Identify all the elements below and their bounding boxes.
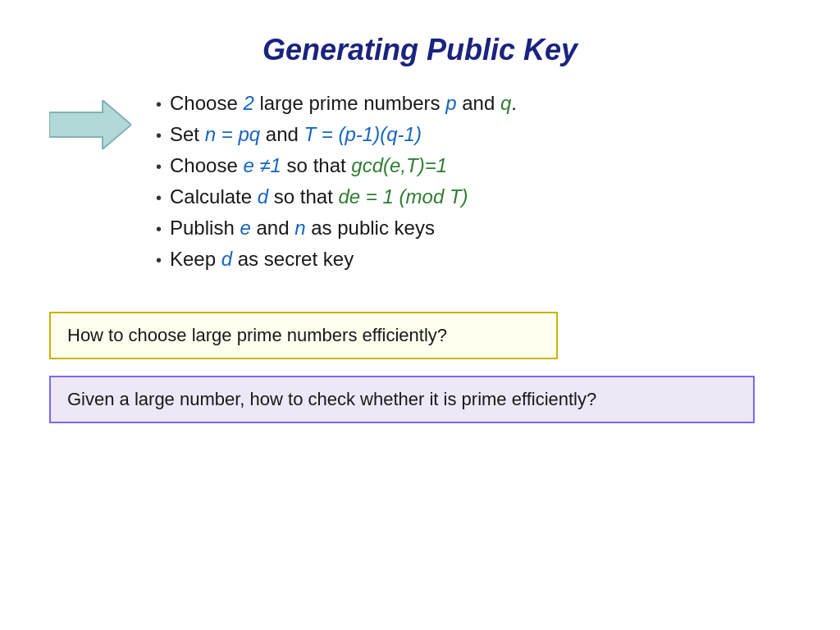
slide: Generating Public Key • Choose 2 large p… (0, 0, 840, 630)
bullet-text-5: Publish e and n as public keys (170, 217, 435, 240)
highlight-n: n (294, 217, 305, 239)
list-item: • Choose 2 large prime numbers p and q. (156, 92, 517, 115)
bullet-dot: • (156, 220, 162, 239)
list-item: • Choose e ≠1 so that gcd(e,T)=1 (156, 154, 517, 177)
highlight-gcd: gcd(e,T)=1 (351, 154, 447, 176)
bullet-dot: • (156, 251, 162, 270)
bullet-dot: • (156, 126, 162, 145)
highlight-de-mod: de = 1 (mod T) (339, 185, 468, 208)
bullet-text-2: Set n = pq and T = (p-1)(q-1) (170, 123, 422, 146)
highlight-T: T = (p-1)(q-1) (304, 123, 422, 145)
highlight-q: q (500, 92, 511, 114)
highlight-d: d (258, 185, 268, 208)
bullet-dot: • (156, 95, 162, 114)
list-item: • Calculate d so that de = 1 (mod T) (156, 185, 517, 208)
questions-area: How to choose large prime numbers effici… (49, 312, 791, 423)
bullet-list: • Choose 2 large prime numbers p and q. … (156, 92, 517, 279)
highlight-p: p (445, 92, 456, 114)
highlight-n-pq: n = pq (205, 123, 260, 145)
content-area: • Choose 2 large prime numbers p and q. … (49, 92, 791, 279)
highlight-2: 2 (243, 92, 253, 114)
bullet-text-4: Calculate d so that de = 1 (mod T) (170, 185, 468, 208)
highlight-e-neq1: e ≠1 (243, 154, 281, 176)
question-box-prime-check: Given a large number, how to check wheth… (49, 376, 755, 423)
bullet-text-6: Keep d as secret key (170, 248, 354, 271)
arrow-container (49, 100, 131, 153)
highlight-d-secret: d (221, 248, 232, 270)
right-arrow-icon (49, 100, 131, 149)
bullet-dot: • (156, 189, 162, 208)
list-item: • Keep d as secret key (156, 248, 517, 271)
question-text-2: Given a large number, how to check wheth… (67, 389, 596, 409)
question-box-prime-choice: How to choose large prime numbers effici… (49, 312, 558, 359)
question-text-1: How to choose large prime numbers effici… (67, 325, 447, 345)
svg-marker-0 (49, 100, 131, 149)
bullet-text-3: Choose e ≠1 so that gcd(e,T)=1 (170, 154, 447, 177)
highlight-e: e (240, 217, 250, 239)
bullet-dot: • (156, 158, 162, 176)
bullet-text-1: Choose 2 large prime numbers p and q. (170, 92, 517, 115)
list-item: • Set n = pq and T = (p-1)(q-1) (156, 123, 517, 146)
slide-title: Generating Public Key (49, 33, 791, 67)
list-item: • Publish e and n as public keys (156, 217, 517, 240)
